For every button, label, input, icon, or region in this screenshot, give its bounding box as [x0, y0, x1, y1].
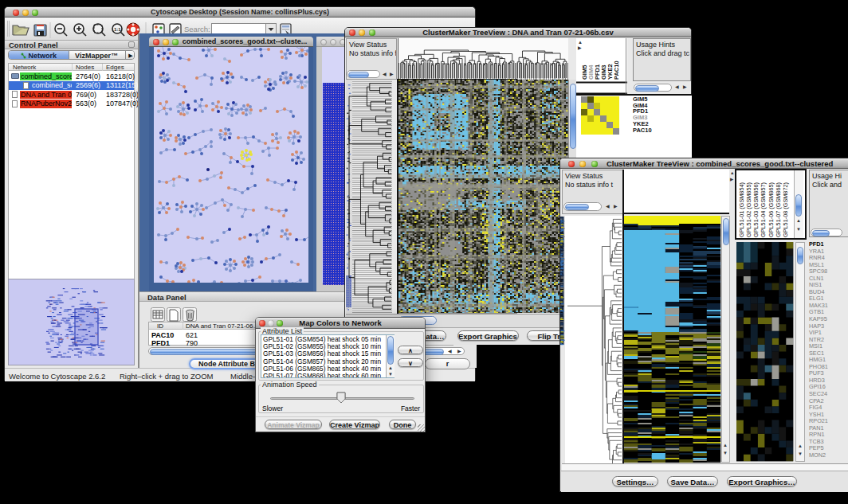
svg-text:Search:: Search: — [184, 25, 210, 33]
svg-text:GPL51-03 (GSM856): GPL51-03 (GSM856) — [752, 182, 760, 237]
svg-text:GPL51-04 (GSM857): GPL51-04 (GSM857) — [760, 182, 767, 237]
svg-text:GPL51-08 (GSM872): GPL51-08 (GSM872) — [782, 182, 789, 237]
svg-text:GPL51-06 (GSM865): GPL51-06 (GSM865) — [768, 182, 775, 237]
svg-text:GPL51-07 (GSM868): GPL51-07 (GSM868) — [775, 182, 782, 237]
svg-text:GPL51-01 (GSM854): GPL51-01 (GSM854) — [738, 182, 745, 237]
svg-text:PAC10: PAC10 — [613, 61, 620, 80]
svg-text:GPL51-02 (GSM855): GPL51-02 (GSM855) — [745, 182, 752, 237]
svg-text:1:1: 1:1 — [114, 27, 121, 32]
